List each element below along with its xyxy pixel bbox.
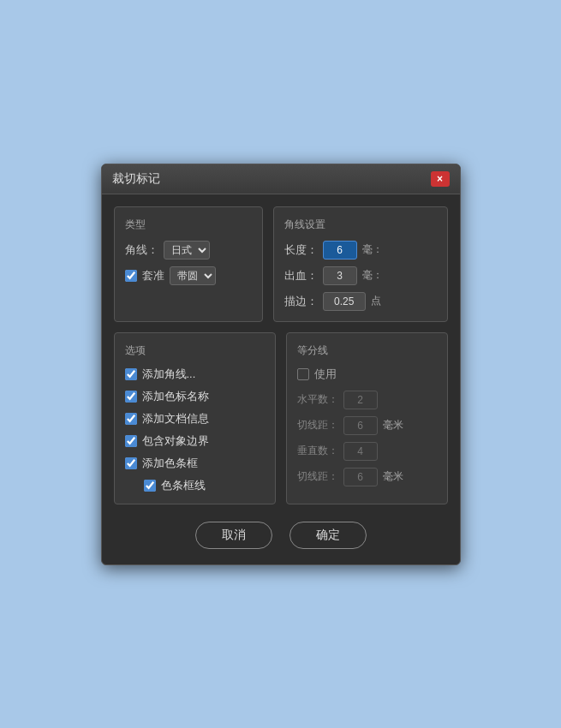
option-include-bounds-checkbox[interactable] <box>125 435 137 447</box>
registration-label: 套准 <box>142 268 164 283</box>
option-add-corners-checkbox[interactable] <box>125 368 137 380</box>
type-panel-title: 类型 <box>125 218 252 232</box>
use-checkbox-visual <box>297 368 309 380</box>
corner-label: 角线： <box>125 242 158 258</box>
option-add-doc-info-label: 添加文档信息 <box>142 411 209 427</box>
v-dist-row: 切线距： 毫米 <box>297 468 437 486</box>
cancel-button[interactable]: 取消 <box>195 522 272 549</box>
top-row: 类型 角线： 日式 西式 套准 带圆 标准 <box>114 206 448 322</box>
ok-button[interactable]: 确定 <box>289 522 367 549</box>
v-dist-input[interactable] <box>343 468 378 486</box>
v-count-input[interactable] <box>343 442 378 461</box>
registration-row: 套准 带圆 标准 <box>125 266 252 285</box>
close-button[interactable]: × <box>431 171 450 187</box>
use-row: 使用 <box>297 367 437 382</box>
option-add-doc-info: 添加文档信息 <box>125 411 265 427</box>
bleed-unit: 毫： <box>362 268 383 283</box>
v-dist-unit: 毫米 <box>383 469 403 484</box>
option-include-bounds-label: 包含对象边界 <box>142 433 209 449</box>
dialog-body: 类型 角线： 日式 西式 套准 带圆 标准 <box>102 194 460 564</box>
bottom-row: 选项 添加角线... 添加色标名称 添加文档信息 <box>114 332 448 504</box>
type-panel: 类型 角线： 日式 西式 套准 带圆 标准 <box>114 206 263 322</box>
options-panel: 选项 添加角线... 添加色标名称 添加文档信息 <box>114 332 276 504</box>
registration-checkbox[interactable] <box>125 270 137 282</box>
window-title: 裁切标记 <box>112 171 160 187</box>
option-add-color-bar-checkbox[interactable] <box>125 457 137 469</box>
options-panel-title: 选项 <box>125 343 265 358</box>
stroke-row: 描边： 点 <box>284 292 437 311</box>
stroke-unit: 点 <box>371 294 381 308</box>
h-dist-label: 切线距： <box>297 418 338 433</box>
dialog-window: 裁切标记 × 类型 角线： 日式 西式 套准 <box>101 164 461 565</box>
h-count-input[interactable] <box>343 391 378 409</box>
option-color-bar-line-label: 色条框线 <box>161 478 206 493</box>
bleed-input[interactable] <box>323 266 357 285</box>
option-add-color-bar: 添加色条框 <box>125 456 265 471</box>
option-color-bar-line-checkbox[interactable] <box>144 480 156 492</box>
use-label: 使用 <box>314 367 337 382</box>
option-add-corners: 添加角线... <box>125 367 265 382</box>
corner-settings-panel: 角线设置 长度： 毫： 出血： 毫： 描边： 点 <box>273 206 448 322</box>
h-count-label: 水平数： <box>297 392 338 407</box>
title-bar: 裁切标记 × <box>102 164 460 194</box>
option-add-color-name-label: 添加色标名称 <box>142 389 209 404</box>
v-count-label: 垂直数： <box>297 444 338 458</box>
h-dist-input[interactable] <box>343 416 378 435</box>
h-dist-row: 切线距： 毫米 <box>297 416 437 435</box>
option-add-corners-label: 添加角线... <box>142 367 196 382</box>
registration-type-select[interactable]: 带圆 标准 <box>170 266 216 285</box>
option-add-color-bar-label: 添加色条框 <box>142 456 198 471</box>
corner-select[interactable]: 日式 西式 <box>164 241 210 260</box>
length-input[interactable] <box>323 241 357 260</box>
button-row: 取消 确定 <box>114 515 448 552</box>
options-list: 添加角线... 添加色标名称 添加文档信息 包含对象边界 <box>125 367 265 493</box>
bleed-label: 出血： <box>284 268 318 283</box>
v-count-row: 垂直数： <box>297 442 437 461</box>
stroke-input[interactable] <box>323 292 366 311</box>
equalizer-panel-title: 等分线 <box>297 343 437 358</box>
option-include-bounds: 包含对象边界 <box>125 433 265 449</box>
option-color-bar-line: 色条框线 <box>144 478 265 493</box>
h-dist-unit: 毫米 <box>383 418 403 433</box>
v-dist-label: 切线距： <box>297 469 338 484</box>
option-add-color-name-checkbox[interactable] <box>125 391 137 403</box>
length-unit: 毫： <box>362 242 383 257</box>
h-count-row: 水平数： <box>297 391 437 409</box>
corner-row: 角线： 日式 西式 <box>125 241 252 260</box>
option-add-doc-info-checkbox[interactable] <box>125 413 137 425</box>
corner-settings-title: 角线设置 <box>284 218 437 232</box>
length-row: 长度： 毫： <box>284 241 437 260</box>
equalizer-panel: 等分线 使用 水平数： 切线距： 毫米 垂直数： <box>286 332 448 504</box>
length-label: 长度： <box>284 242 318 258</box>
bleed-row: 出血： 毫： <box>284 266 437 285</box>
stroke-label: 描边： <box>284 294 318 309</box>
option-add-color-name: 添加色标名称 <box>125 389 265 404</box>
